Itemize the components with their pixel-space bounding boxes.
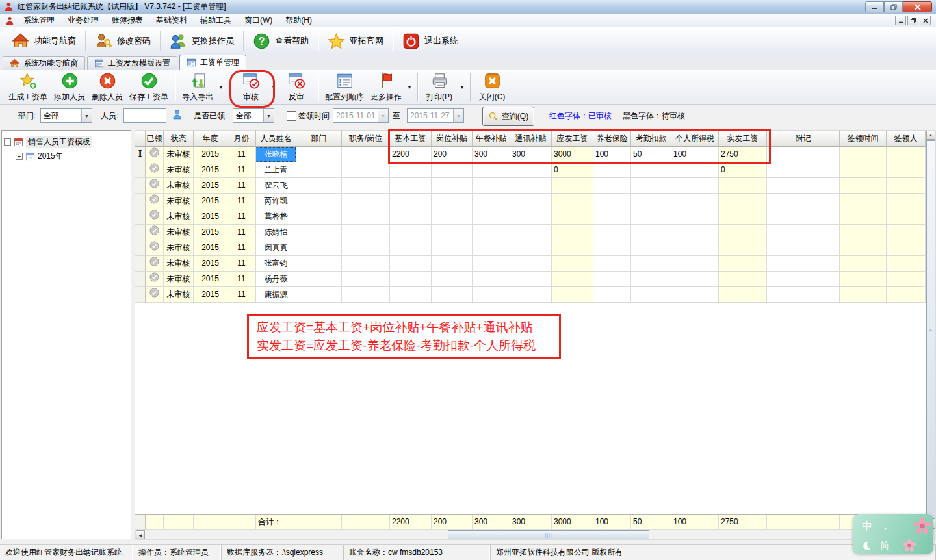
menu-item[interactable]: 窗口(W) (238, 14, 279, 27)
grid-cell-job[interactable] (342, 178, 390, 194)
grid-cell-name[interactable]: 闵真真 (256, 240, 296, 256)
grid-cell-status[interactable]: 未审核 (164, 178, 194, 194)
column-header[interactable]: 职务/岗位 (342, 130, 390, 147)
column-header[interactable]: 养老保险 (593, 130, 631, 147)
ime-language-indicator[interactable]: 中 (862, 520, 872, 533)
chevron-down-icon[interactable]: ▼ (269, 71, 278, 103)
grid-cell-income-tax[interactable] (671, 240, 719, 256)
chevron-down-icon[interactable]: ▼ (458, 71, 467, 103)
grid-cell-note[interactable] (767, 178, 840, 194)
print-button[interactable]: 打印(P) (421, 71, 458, 103)
received-toggle[interactable] (146, 272, 164, 287)
grid-cell-attendance-deduction[interactable] (631, 272, 671, 287)
column-header[interactable]: 午餐补贴 (473, 130, 510, 147)
grid-cell-income-tax[interactable] (671, 178, 719, 194)
grid-cell-lunch-allowance[interactable] (473, 225, 510, 240)
grid-cell-signer[interactable] (887, 209, 926, 225)
unaudit-button[interactable]: 反审 (278, 71, 315, 103)
grid-cell-base[interactable] (390, 272, 432, 287)
grid-cell-note[interactable] (767, 162, 840, 178)
vertical-scroll-thumb[interactable]: ≡ (926, 140, 935, 519)
grid-cell-income-tax[interactable] (671, 194, 719, 209)
grid-cell-note[interactable] (767, 256, 840, 272)
grid-cell-dept[interactable] (296, 209, 342, 225)
mdi-minimize-button[interactable] (895, 16, 906, 25)
grid-cell-post-allowance[interactable] (432, 194, 473, 209)
grid-cell-note[interactable] (767, 240, 840, 256)
grid-cell-gross[interactable] (552, 209, 593, 225)
grid-cell-status[interactable]: 未审核 (164, 147, 194, 162)
grid-cell-status[interactable]: 未审核 (164, 240, 194, 256)
grid-cell-note[interactable] (767, 194, 840, 209)
grid-cell-comm-allowance[interactable]: 300 (510, 147, 552, 162)
grid-cell-year[interactable]: 2015 (194, 225, 228, 240)
grid-cell-pension[interactable]: 100 (593, 147, 631, 162)
grid-cell-income-tax[interactable] (671, 256, 719, 272)
column-header[interactable]: 人员姓名 (256, 130, 296, 147)
grid-cell-name[interactable]: 杨丹薇 (256, 272, 296, 287)
grid-cell-dept[interactable] (296, 272, 342, 287)
website-star-button[interactable]: 亚拓官网 (320, 30, 391, 53)
column-header[interactable]: 通讯补贴 (510, 130, 552, 147)
grid-cell-sign-time[interactable] (840, 240, 887, 256)
grid-cell-net[interactable]: 2750 (719, 147, 767, 162)
grid-cell-lunch-allowance[interactable] (473, 272, 510, 287)
grid-cell-post-allowance[interactable] (432, 209, 473, 225)
grid-cell-sign-time[interactable] (840, 194, 887, 209)
grid-cell-dept[interactable] (296, 162, 342, 178)
grid-cell-comm-allowance[interactable] (510, 272, 552, 287)
column-order-button[interactable]: 配置列顺序 (322, 71, 367, 103)
grid-cell-signer[interactable] (887, 256, 926, 272)
grid-cell-lunch-allowance[interactable] (473, 287, 510, 303)
grid-cell-lunch-allowance[interactable]: 300 (473, 147, 510, 162)
grid-cell-net[interactable] (719, 287, 767, 303)
grid-cell-name[interactable]: 张富钧 (256, 256, 296, 272)
home-button[interactable]: 功能导航窗 (4, 30, 84, 53)
column-header[interactable]: 附记 (767, 130, 840, 147)
grid-cell-pension[interactable] (593, 287, 631, 303)
grid-cell-note[interactable] (767, 272, 840, 287)
grid-cell-year[interactable]: 2015 (194, 209, 228, 225)
grid-cell-job[interactable] (342, 240, 390, 256)
close-button[interactable]: 关闭(C) (474, 71, 510, 103)
expand-icon[interactable]: + (16, 153, 23, 160)
grid-cell-name[interactable]: 芮许凯 (256, 194, 296, 209)
grid-cell-sign-time[interactable] (840, 256, 887, 272)
grid-cell-attendance-deduction[interactable] (631, 194, 671, 209)
grid-cell-gross[interactable] (552, 240, 593, 256)
grid-cell-signer[interactable] (887, 225, 926, 240)
grid-cell-sign-time[interactable] (840, 209, 887, 225)
grid-cell-status[interactable]: 未审核 (164, 225, 194, 240)
grid-cell-lunch-allowance[interactable] (473, 194, 510, 209)
add-person-button[interactable]: 添加人员 (51, 71, 88, 103)
grid-cell-income-tax[interactable] (671, 162, 719, 178)
received-toggle[interactable] (146, 256, 164, 272)
grid-cell-attendance-deduction[interactable] (631, 240, 671, 256)
grid-cell-gross[interactable] (552, 194, 593, 209)
column-header[interactable]: 签领人 (887, 130, 926, 147)
column-header[interactable]: 状态 (164, 130, 194, 147)
grid-cell-year[interactable]: 2015 (194, 162, 228, 178)
query-button[interactable]: 查询(Q) (482, 107, 534, 126)
column-header[interactable]: 岗位补贴 (432, 130, 473, 147)
grid-cell-net[interactable] (719, 256, 767, 272)
grid-cell-base[interactable] (390, 209, 432, 225)
grid-cell-base[interactable] (390, 256, 432, 272)
grid-cell-year[interactable]: 2015 (194, 178, 228, 194)
grid-cell-lunch-allowance[interactable] (473, 209, 510, 225)
grid-cell-post-allowance[interactable]: 200 (432, 147, 473, 162)
grid-cell-attendance-deduction[interactable] (631, 256, 671, 272)
grid-cell-income-tax[interactable] (671, 272, 719, 287)
scroll-left-icon[interactable]: ◀ (136, 530, 145, 539)
grid-cell-post-allowance[interactable] (432, 287, 473, 303)
menu-item[interactable]: 帮助(H) (279, 14, 318, 27)
column-header[interactable]: 部门 (296, 130, 342, 147)
grid-cell-month[interactable]: 11 (228, 287, 256, 303)
grid-cell-month[interactable]: 11 (228, 209, 256, 225)
grid-cell-signer[interactable] (887, 272, 926, 287)
grid-cell-month[interactable]: 11 (228, 240, 256, 256)
delete-person-button[interactable]: 删除人员 (88, 71, 126, 103)
grid-cell-status[interactable]: 未审核 (164, 162, 194, 178)
column-header[interactable]: 应发工资 (552, 130, 593, 147)
grid-cell-job[interactable] (342, 287, 390, 303)
